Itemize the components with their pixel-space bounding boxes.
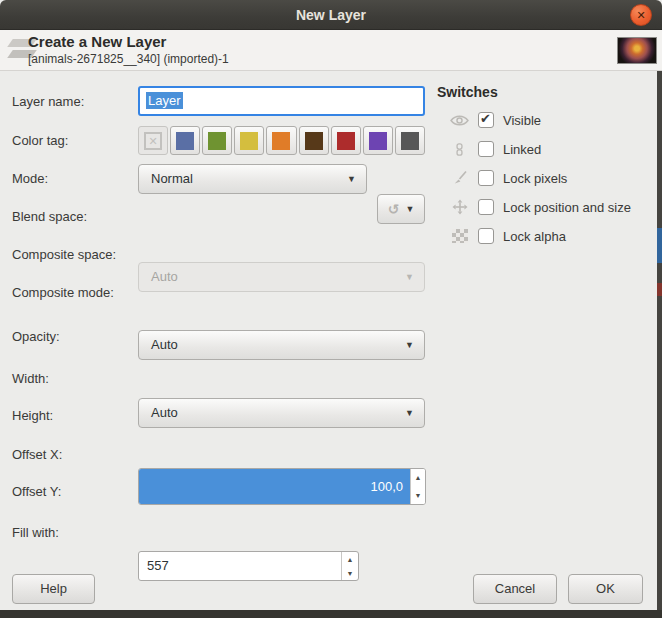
mode-switch-icon: ↺ — [388, 195, 400, 223]
new-layer-dialog: New Layer ✕ Create a New Layer [animals-… — [0, 0, 662, 618]
composite-space-label: Composite space: — [12, 240, 116, 270]
width-input[interactable]: 557 ▲ ▼ — [138, 551, 359, 581]
width-label: Width: — [12, 364, 49, 394]
color-tag-red-button[interactable] — [331, 126, 361, 155]
opacity-fill — [139, 469, 410, 504]
switch-row-lock-alpha: Lock alpha — [450, 226, 566, 246]
mode-group-switch-button[interactable]: ↺ ▼ — [377, 194, 425, 224]
ok-button[interactable]: OK — [568, 574, 643, 604]
chevron-down-icon: ▼ — [347, 165, 356, 193]
color-tag-group: ✕ — [138, 126, 425, 155]
lock-alpha-checkbox[interactable] — [478, 228, 494, 244]
linked-label: Linked — [503, 142, 541, 157]
chain-icon — [450, 141, 469, 157]
offset-y-label: Offset Y: — [12, 477, 61, 507]
close-button[interactable]: ✕ — [630, 4, 652, 26]
spin-down-icon[interactable]: ▼ — [347, 570, 354, 577]
composite-mode-value: Auto — [151, 405, 178, 420]
color-tag-gray-button[interactable] — [395, 126, 425, 155]
blend-space-label: Blend space: — [12, 202, 87, 232]
mode-value: Normal — [151, 171, 193, 186]
blend-space-value: Auto — [151, 269, 178, 284]
lock-pixels-label: Lock pixels — [503, 171, 567, 186]
layer-name-input[interactable]: Layer — [138, 86, 425, 116]
spin-down-icon[interactable]: ▼ — [415, 492, 422, 499]
offset-x-label: Offset X: — [12, 440, 62, 470]
chevron-down-icon: ▼ — [405, 399, 414, 427]
color-tag-yellow-button[interactable] — [234, 126, 264, 155]
image-thumbnail — [617, 37, 657, 64]
cancel-button[interactable]: Cancel — [473, 574, 557, 604]
switch-row-lock-position: Lock position and size — [450, 197, 631, 217]
lock-position-label: Lock position and size — [503, 200, 631, 215]
opacity-label: Opacity: — [12, 318, 60, 355]
switch-row-lock-pixels: Lock pixels — [450, 168, 567, 188]
chevron-down-icon: ▼ — [405, 331, 414, 359]
height-label: Height: — [12, 401, 53, 431]
switch-row-visible: Visible — [450, 110, 541, 130]
blend-space-dropdown: Auto ▼ — [138, 262, 425, 292]
chevron-down-icon: ▼ — [405, 195, 414, 223]
paintbrush-icon — [450, 170, 469, 186]
window-title: New Layer — [0, 0, 662, 30]
color-tag-purple-button[interactable] — [363, 126, 393, 155]
color-tag-orange-button[interactable] — [266, 126, 296, 155]
background-window-edge — [657, 71, 662, 610]
composite-mode-label: Composite mode: — [12, 278, 114, 308]
linked-checkbox[interactable] — [478, 141, 494, 157]
checkerboard-icon — [450, 228, 469, 244]
no-color-icon: ✕ — [144, 132, 162, 150]
eye-icon — [450, 112, 469, 128]
visible-checkbox[interactable] — [478, 112, 494, 128]
lock-position-checkbox[interactable] — [478, 199, 494, 215]
image-name: [animals-2671825__340] (imported)-1 — [28, 52, 229, 66]
color-tag-blue-button[interactable] — [170, 126, 200, 155]
color-tag-brown-button[interactable] — [299, 126, 329, 155]
lock-pixels-checkbox[interactable] — [478, 170, 494, 186]
mode-dropdown[interactable]: Normal ▼ — [138, 164, 367, 194]
spin-up-icon[interactable]: ▲ — [347, 556, 354, 563]
fill-with-label: Fill with: — [12, 517, 59, 548]
switches-heading: Switches — [437, 84, 498, 100]
composite-space-dropdown[interactable]: Auto ▼ — [138, 330, 425, 360]
width-spinner[interactable]: ▲ ▼ — [341, 552, 358, 580]
opacity-slider[interactable]: 100,0 ▲ ▼ — [138, 468, 426, 505]
dialog-header: Create a New Layer [animals-2671825__340… — [0, 30, 662, 71]
opacity-value: 100,0 — [370, 469, 403, 504]
background-window-bottom-edge — [0, 610, 662, 618]
dialog-title: Create a New Layer — [28, 33, 166, 50]
layer-name-label: Layer name: — [12, 87, 84, 117]
titlebar[interactable]: New Layer ✕ — [0, 0, 662, 30]
chevron-down-icon: ▼ — [405, 263, 414, 291]
spin-up-icon[interactable]: ▲ — [415, 474, 422, 481]
color-tag-label: Color tag: — [12, 126, 68, 155]
color-tag-green-button[interactable] — [202, 126, 232, 155]
mode-label: Mode: — [12, 164, 48, 194]
composite-space-value: Auto — [151, 337, 178, 352]
opacity-spinner[interactable]: ▲ ▼ — [410, 469, 425, 504]
lock-alpha-label: Lock alpha — [503, 229, 566, 244]
move-icon — [450, 199, 469, 215]
layer-name-value: Layer — [146, 92, 183, 109]
close-icon: ✕ — [631, 5, 651, 25]
visible-label: Visible — [503, 113, 541, 128]
help-button[interactable]: Help — [12, 574, 95, 604]
width-value: 557 — [147, 558, 169, 573]
composite-mode-dropdown[interactable]: Auto ▼ — [138, 398, 425, 428]
switch-row-linked: Linked — [450, 139, 541, 159]
color-tag-none-button[interactable]: ✕ — [138, 126, 168, 155]
